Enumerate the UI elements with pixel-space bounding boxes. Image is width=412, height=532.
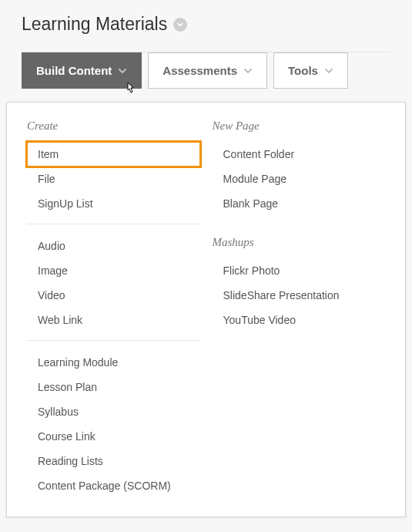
content-toolbar: Build Content Assessments Tools: [22, 52, 390, 89]
assessments-label: Assessments: [162, 64, 237, 77]
page-title-row: Learning Materials: [22, 14, 390, 35]
menu-item-content-folder[interactable]: Content Folder: [213, 142, 386, 167]
menu-item-audio[interactable]: Audio: [27, 234, 200, 258]
menu-item-syllabus[interactable]: Syllabus: [27, 399, 200, 424]
menu-item-scorm[interactable]: Content Package (SCORM): [27, 473, 200, 498]
page-title: Learning Materials: [22, 14, 167, 35]
chevron-down-icon: [243, 66, 253, 76]
menu-item-lesson-plan[interactable]: Lesson Plan: [27, 375, 200, 399]
mashups-heading: Mashups: [213, 236, 386, 249]
menu-item-file[interactable]: File: [27, 167, 200, 191]
menu-item-signup-list[interactable]: SignUp List: [27, 191, 200, 216]
build-content-button[interactable]: Build Content: [22, 52, 142, 89]
tools-button[interactable]: Tools: [273, 52, 348, 89]
menu-item-item[interactable]: Item: [27, 142, 200, 167]
cursor-pointer-icon: [124, 81, 138, 96]
menu-item-blank-page[interactable]: Blank Page: [213, 191, 386, 216]
menu-item-video[interactable]: Video: [27, 283, 200, 308]
dropdown-left-column: Create Item File SignUp List Audio Image…: [27, 120, 200, 498]
tools-label: Tools: [288, 64, 318, 77]
menu-item-image[interactable]: Image: [27, 258, 200, 283]
spacer: [213, 216, 386, 236]
content-area: Learning Materials Build Content Assessm…: [0, 0, 412, 89]
menu-item-reading-lists[interactable]: Reading Lists: [27, 449, 200, 473]
group-separator: [27, 224, 200, 224]
build-content-dropdown: Create Item File SignUp List Audio Image…: [6, 102, 406, 517]
menu-item-web-link[interactable]: Web Link: [27, 308, 200, 332]
build-content-label: Build Content: [36, 64, 112, 77]
menu-item-module-page[interactable]: Module Page: [213, 167, 386, 191]
menu-item-flickr-photo[interactable]: Flickr Photo: [213, 258, 386, 283]
menu-item-slideshare[interactable]: SlideShare Presentation: [213, 283, 386, 308]
chevron-down-icon: [324, 66, 333, 76]
create-heading: Create: [27, 120, 200, 133]
chevron-down-icon: [118, 66, 127, 76]
menu-item-learning-module[interactable]: Learning Module: [27, 350, 200, 375]
menu-item-course-link[interactable]: Course Link: [27, 424, 200, 449]
group-separator: [27, 340, 200, 341]
new-page-heading: New Page: [213, 120, 386, 133]
dropdown-right-column: New Page Content Folder Module Page Blan…: [213, 120, 386, 498]
assessments-button[interactable]: Assessments: [148, 52, 267, 89]
menu-item-youtube-video[interactable]: YouTube Video: [213, 308, 386, 332]
page-options-icon[interactable]: [173, 18, 187, 32]
